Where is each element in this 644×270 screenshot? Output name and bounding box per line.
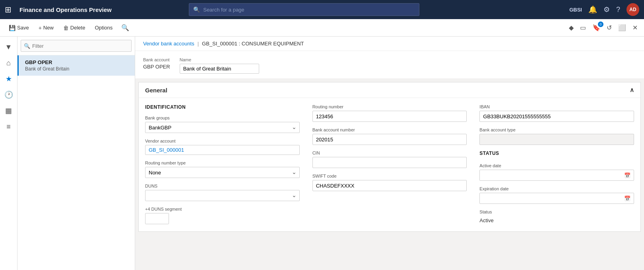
bank-account-type-group: Bank account type — [479, 127, 634, 145]
cin-input[interactable] — [312, 157, 467, 168]
active-date-label: Active date — [479, 163, 634, 168]
list-item[interactable]: GBP OPER Bank of Great Britain — [17, 55, 135, 76]
section-title-general: General — [145, 87, 167, 94]
sidebar-item-star[interactable]: ★ — [2, 72, 16, 86]
save-icon: 💾 — [9, 25, 16, 31]
swift-code-input[interactable] — [312, 180, 467, 191]
save-label: Save — [17, 25, 29, 31]
duns-segment-label: +4 DUNS segment — [145, 207, 300, 211]
routing-number-label: Routing number — [312, 104, 467, 109]
active-date-calendar-icon: 📅 — [624, 172, 630, 178]
sidebar-item-list[interactable]: ≡ — [2, 119, 16, 134]
expiration-date-label: Expiration date — [479, 186, 634, 191]
sidebar-item-table[interactable]: ▦ — [2, 104, 16, 118]
iban-group: IBAN — [479, 104, 634, 122]
expiration-date-calendar-icon: 📅 — [624, 196, 630, 202]
duns-segment-input[interactable] — [145, 213, 169, 224]
bank-account-type-input[interactable] — [479, 134, 634, 145]
header-fields: Bank account GBP OPER Name — [135, 51, 644, 79]
save-button[interactable]: 💾 Save — [5, 23, 33, 33]
expiration-date-group: Expiration date 📅 — [479, 186, 634, 204]
iban-input[interactable] — [479, 111, 634, 122]
grid-icon[interactable]: ⊞ — [5, 5, 12, 14]
vendor-account-group: Vendor account GB_SI_000001 — [145, 139, 300, 155]
detail-panel: Vendor bank accounts | GB_SI_000001 : CO… — [135, 37, 644, 270]
sidebar-item-home[interactable]: ⌂ — [2, 56, 16, 70]
diamond-icon[interactable]: ◆ — [567, 22, 575, 33]
new-icon: + — [39, 25, 42, 31]
breadcrumb-parent[interactable]: Vendor bank accounts — [143, 41, 194, 47]
sidebar-item-clock[interactable]: 🕐 — [2, 88, 16, 102]
bank-groups-select-wrapper: BankGBP BankUSD BankEUR — [145, 122, 300, 133]
bank-account-field-group: Bank account GBP OPER — [143, 57, 170, 74]
top-nav: ⊞ Finance and Operations Preview 🔍 GBSI … — [0, 0, 644, 19]
general-section: General ∧ IDENTIFICATION Bank groups Ban… — [138, 82, 641, 232]
filter-search-icon: 🔍 — [24, 43, 30, 49]
top-nav-right: GBSI 🔔 ⚙ ? AD — [569, 3, 639, 16]
routing-number-type-label: Routing number type — [145, 160, 300, 165]
iban-label: IBAN — [479, 104, 634, 109]
routing-number-type-select-wrapper: None ABA BACS — [145, 167, 300, 178]
panel-icon[interactable]: ▭ — [578, 22, 588, 33]
status-section-group: STATUS — [479, 151, 634, 158]
refresh-icon[interactable]: ↺ — [605, 22, 613, 33]
duns-select[interactable] — [145, 190, 300, 201]
breadcrumb: Vendor bank accounts | GB_SI_000001 : CO… — [135, 37, 644, 51]
bank-groups-group: Bank groups BankGBP BankUSD BankEUR — [145, 115, 300, 133]
bank-groups-select[interactable]: BankGBP BankUSD BankEUR — [145, 122, 300, 133]
search-input[interactable] — [203, 7, 415, 13]
status-field-group: Status Active — [479, 209, 634, 225]
routing-number-group: Routing number — [312, 104, 467, 122]
new-label: New — [43, 25, 54, 31]
status-field-label: Status — [479, 209, 634, 214]
help-icon[interactable]: ? — [616, 6, 620, 14]
active-date-group: Active date 📅 — [479, 163, 634, 181]
delete-icon: 🗑 — [63, 25, 69, 31]
delete-button[interactable]: 🗑 Delete — [59, 23, 89, 33]
options-label: Options — [95, 25, 113, 31]
filter-input[interactable] — [21, 40, 132, 52]
name-label: Name — [180, 57, 259, 62]
routing-number-input[interactable] — [312, 111, 467, 122]
filter-bar: 🔍 — [17, 37, 135, 55]
bank-account-type-label: Bank account type — [479, 127, 634, 132]
active-date-input[interactable]: 📅 — [479, 170, 634, 181]
name-input[interactable] — [180, 64, 259, 74]
iban-col: IBAN Bank account type STATUS Active dat… — [479, 104, 634, 225]
bank-account-number-label: Bank account number — [312, 127, 467, 132]
bank-groups-label: Bank groups — [145, 115, 300, 120]
avatar[interactable]: AD — [627, 3, 639, 16]
options-button[interactable]: Options — [91, 23, 116, 32]
list-item-subtitle: Bank of Great Britain — [25, 66, 128, 72]
breadcrumb-current: GB_SI_000001 : CONSUMER EQUIPMENT — [202, 41, 304, 47]
breadcrumb-separator: | — [198, 41, 199, 47]
expiration-date-input[interactable]: 📅 — [479, 193, 634, 204]
chevron-up-icon: ∧ — [630, 86, 634, 94]
search-toolbar-icon[interactable]: 🔍 — [121, 24, 129, 31]
name-field-group: Name — [180, 57, 259, 74]
status-section-label: STATUS — [479, 151, 634, 156]
bell-icon[interactable]: 🔔 — [588, 5, 597, 14]
vendor-account-label: Vendor account — [145, 139, 300, 143]
duns-segment-group: +4 DUNS segment — [145, 207, 300, 224]
icon-sidebar: ▼ ⌂ ★ 🕐 ▦ ≡ — [0, 37, 17, 270]
status-field-value: Active — [479, 216, 634, 225]
duns-group: DUNS — [145, 184, 300, 201]
duns-label: DUNS — [145, 184, 300, 188]
routing-number-type-select[interactable]: None ABA BACS — [145, 167, 300, 178]
close-icon[interactable]: ✕ — [631, 22, 639, 33]
vendor-account-link[interactable]: GB_SI_000001 — [145, 145, 300, 155]
expand-icon[interactable]: ⬜ — [617, 22, 628, 33]
identification-col: IDENTIFICATION Bank groups BankGBP BankU… — [145, 104, 300, 225]
section-body-general: IDENTIFICATION Bank groups BankGBP BankU… — [139, 98, 640, 231]
search-bar[interactable]: 🔍 — [189, 3, 419, 16]
bank-account-label: Bank account — [143, 57, 170, 62]
user-label: GBSI — [569, 7, 582, 13]
settings-icon[interactable]: ⚙ — [603, 5, 610, 14]
new-button[interactable]: + New — [35, 23, 58, 33]
routing-col: Routing number Bank account number CIN S… — [312, 104, 467, 225]
main-layout: ▼ ⌂ ★ 🕐 ▦ ≡ 🔍 GBP OPER Bank of Great Bri… — [0, 37, 644, 270]
bank-account-number-input[interactable] — [312, 134, 467, 145]
section-header-general[interactable]: General ∧ — [139, 82, 640, 98]
sidebar-item-filter[interactable]: ▼ — [2, 40, 16, 54]
